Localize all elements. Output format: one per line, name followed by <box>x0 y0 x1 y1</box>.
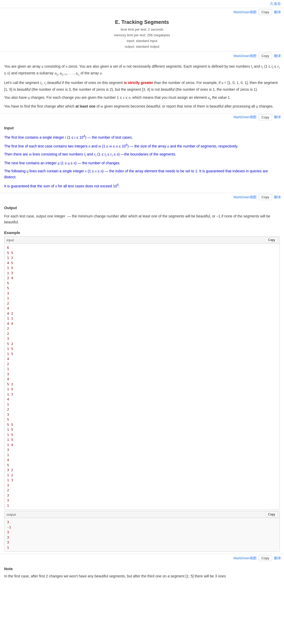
markdown-view-btn-3[interactable]: MarkDown视图 <box>234 115 257 119</box>
problem-statement: You are given an array a consisting of n… <box>0 60 284 113</box>
output-type: output: standard output <box>0 44 284 49</box>
copy-btn-5[interactable]: Copy <box>259 555 272 561</box>
input-code-label: input <box>6 238 14 242</box>
copy-btn-4[interactable]: Copy <box>259 194 272 200</box>
input-p1: The first line contains a single integer… <box>4 133 280 140</box>
output-code-block: output Copy 3 -1 3 3 3 1 <box>4 511 280 552</box>
site-link[interactable]: 久洛谷 <box>270 2 281 6</box>
statement-p3: You also have q changes. For each change… <box>4 95 280 101</box>
markdown-view-btn-4[interactable]: MarkDown视图 <box>234 195 257 200</box>
input-code-block: input Copy 6 5 5 1 2 4 5 1 5 1 3 2 4 5 5… <box>4 236 280 510</box>
toolbar-4: MarkDown视图 Copy 翻译 <box>0 193 284 201</box>
statement-p2: Let's call the segment li, ri beautiful … <box>4 80 280 93</box>
problem-title: E. Tracking Segments <box>0 16 284 27</box>
toolbar-5: MarkDown视图 Copy 翻译 <box>0 554 284 562</box>
toolbar-3: MarkDown视图 Copy 翻译 <box>0 113 284 121</box>
input-section: Input The first line contains a single i… <box>0 121 284 193</box>
input-p5: The following q lines each contain a sin… <box>4 168 280 180</box>
input-code-header: input Copy <box>4 237 280 244</box>
top-bar: 久洛谷 <box>0 0 284 8</box>
memory-limit: memory limit per test: 256 megabytes <box>0 32 284 38</box>
markdown-view-btn-1[interactable]: MarkDown视图 <box>234 10 257 15</box>
input-p3: Then there are m lines consisting of two… <box>4 151 280 158</box>
output-copy-button[interactable]: Copy <box>266 512 278 517</box>
output-p1: For each test case, output one integer —… <box>4 213 280 225</box>
translate-btn-2[interactable]: 翻译 <box>274 54 281 58</box>
example-label: Example <box>0 229 284 235</box>
input-copy-button[interactable]: Copy <box>266 237 278 243</box>
note-title: Note <box>4 566 280 572</box>
markdown-view-btn-2[interactable]: MarkDown视图 <box>234 54 257 58</box>
translate-btn-4[interactable]: 翻译 <box>274 195 281 200</box>
problem-meta: time limit per test: 2 seconds memory li… <box>0 27 284 52</box>
input-p2: The first line of each test case contain… <box>4 142 280 149</box>
translate-btn-5[interactable]: 翻译 <box>274 556 281 561</box>
toolbar-1: MarkDown视图 Copy 翻译 <box>0 8 284 16</box>
input-type: input: standard input <box>0 38 284 44</box>
output-code-label: output <box>6 513 16 516</box>
note-section: Note In the first case, after first 2 ch… <box>0 562 284 581</box>
output-section: Output For each test case, output one in… <box>0 201 284 229</box>
copy-btn-3[interactable]: Copy <box>259 114 272 120</box>
copy-btn-2[interactable]: Copy <box>259 53 272 59</box>
copy-btn-1[interactable]: Copy <box>259 9 272 15</box>
translate-btn-1[interactable]: 翻译 <box>274 10 281 15</box>
markdown-view-btn-5[interactable]: MarkDown视图 <box>234 556 257 561</box>
time-limit: time limit per test: 2 seconds <box>0 27 284 32</box>
translate-btn-3[interactable]: 翻译 <box>274 115 281 119</box>
input-code-content: 6 5 5 1 2 4 5 1 5 1 3 2 4 5 5 3 1 2 4 4 … <box>4 244 280 509</box>
input-p4: The next line contains an integer q (1 ≤… <box>4 160 280 166</box>
input-p6: It is guaranteed that the sum of n for a… <box>4 182 280 189</box>
output-code-content: 3 -1 3 3 3 1 <box>4 518 280 551</box>
statement-p1: You are given an array a consisting of n… <box>4 63 280 77</box>
statement-p4: You have to find the first change after … <box>4 103 280 109</box>
note-text: In the first case, after first 2 changes… <box>4 573 280 579</box>
output-code-header: output Copy <box>4 511 280 518</box>
output-title: Output <box>4 205 280 211</box>
input-title: Input <box>4 125 280 131</box>
toolbar-2: MarkDown视图 Copy 翻译 <box>0 52 284 60</box>
